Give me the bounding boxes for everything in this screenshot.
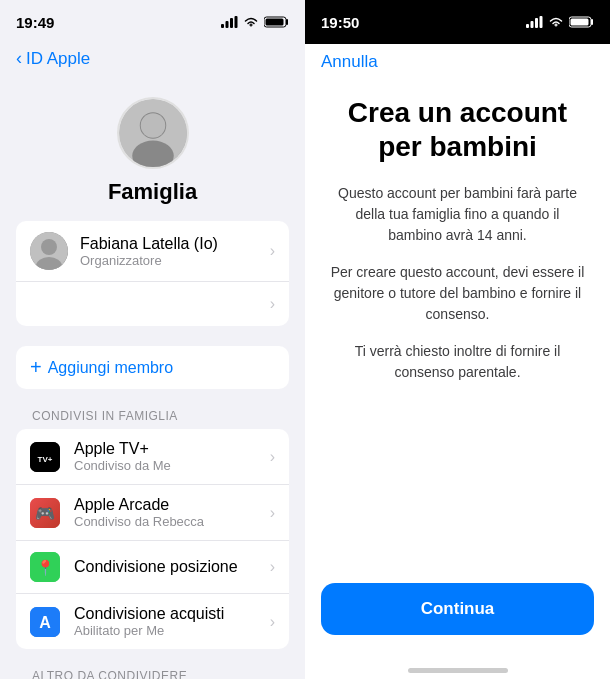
other-section-label: ALTRO DA CONDIVIDERE <box>0 669 305 679</box>
shared-item-title-3: Condivisione acquisti <box>74 605 270 623</box>
member-item-1[interactable]: › <box>16 282 289 326</box>
avatar-image <box>119 99 187 167</box>
member-text-0: Fabiana Latella (Io) Organizzatore <box>80 235 270 268</box>
add-member-row[interactable]: + Aggiungi membro <box>16 346 289 389</box>
shared-items-card: TV+ Apple TV+ Condiviso da Me › 🎮 Apple … <box>16 429 289 649</box>
svg-rect-34 <box>535 18 538 28</box>
nav-bar-right: Annulla <box>305 44 610 76</box>
bottom-button-area: Continua <box>305 571 610 659</box>
shared-chevron-2: › <box>270 558 275 576</box>
description-1: Questo account per bambini farà parte de… <box>329 183 586 246</box>
description-3: Ti verrà chiesto inoltre di fornire il c… <box>329 341 586 383</box>
tvplus-icon: TV+ <box>30 442 60 472</box>
profile-name: Famiglia <box>108 179 197 205</box>
status-bar-left: 19:49 <box>0 0 305 44</box>
add-member-label: Aggiungi membro <box>48 359 173 377</box>
svg-rect-5 <box>266 19 284 26</box>
svg-point-11 <box>41 239 57 255</box>
svg-rect-37 <box>571 19 589 26</box>
signal-icon-right <box>526 16 543 28</box>
shared-item-text-3: Condivisione acquisti Abilitato per Me <box>74 605 270 638</box>
right-content: Crea un account per bambini Questo accou… <box>305 76 610 571</box>
description-2: Per creare questo account, devi essere i… <box>329 262 586 325</box>
svg-rect-35 <box>540 16 543 28</box>
shared-item-subtitle-0: Condiviso da Me <box>74 458 270 473</box>
back-link[interactable]: ‹ ID Apple <box>16 48 90 69</box>
svg-rect-33 <box>531 21 534 28</box>
back-chevron-icon: ‹ <box>16 48 22 69</box>
shared-item-subtitle-3: Abilitato per Me <box>74 623 270 638</box>
signal-icon <box>221 16 238 28</box>
avatar <box>117 97 189 169</box>
svg-rect-2 <box>230 18 233 28</box>
battery-icon <box>264 16 289 28</box>
status-icons-left <box>221 16 289 28</box>
shared-item-title-0: Apple TV+ <box>74 440 270 458</box>
time-left: 19:49 <box>16 14 54 31</box>
members-card: Fabiana Latella (Io) Organizzatore › › <box>16 221 289 326</box>
shared-item-2[interactable]: 📍 Condivisione posizione › <box>16 541 289 594</box>
member-item-0[interactable]: Fabiana Latella (Io) Organizzatore › <box>16 221 289 282</box>
add-plus-icon: + <box>30 356 42 379</box>
svg-text:A: A <box>39 614 51 631</box>
cancel-button[interactable]: Annulla <box>321 52 378 71</box>
shared-section-label: CONDIVISI IN FAMIGLIA <box>0 409 305 429</box>
svg-rect-32 <box>526 24 529 28</box>
shared-chevron-1: › <box>270 504 275 522</box>
svg-point-9 <box>140 113 165 138</box>
chevron-icon-1: › <box>270 295 275 313</box>
time-right: 19:50 <box>321 14 359 31</box>
arcade-icon: 🎮 <box>30 498 60 528</box>
member-role-0: Organizzatore <box>80 253 270 268</box>
right-panel: 19:50 Annulla Crea un account <box>305 0 610 679</box>
chevron-icon-0: › <box>270 242 275 260</box>
shared-item-1[interactable]: 🎮 Apple Arcade Condiviso da Rebecca › <box>16 485 289 541</box>
home-indicator-right <box>305 659 610 679</box>
svg-text:📍: 📍 <box>36 559 55 577</box>
status-bar-right: 19:50 <box>305 0 610 44</box>
page-title: Crea un account per bambini <box>329 96 586 163</box>
svg-rect-0 <box>221 24 224 28</box>
status-icons-right <box>526 16 594 28</box>
appstore-icon-shared: A <box>30 607 60 637</box>
left-panel: 19:49 ‹ ID <box>0 0 305 679</box>
shared-item-title-1: Apple Arcade <box>74 496 270 514</box>
wifi-icon <box>243 16 259 28</box>
back-label: ID Apple <box>26 49 90 69</box>
svg-text:🎮: 🎮 <box>35 504 55 523</box>
shared-chevron-3: › <box>270 613 275 631</box>
shared-item-title-2: Condivisione posizione <box>74 558 270 576</box>
shared-item-3[interactable]: A Condivisione acquisti Abilitato per Me… <box>16 594 289 649</box>
shared-chevron-0: › <box>270 448 275 466</box>
member-avatar-0 <box>30 232 68 270</box>
svg-text:TV+: TV+ <box>38 455 53 464</box>
continue-button[interactable]: Continua <box>321 583 594 635</box>
shared-item-text-1: Apple Arcade Condiviso da Rebecca <box>74 496 270 529</box>
svg-rect-3 <box>235 16 238 28</box>
shared-item-text-2: Condivisione posizione <box>74 558 270 576</box>
location-icon: 📍 <box>30 552 60 582</box>
left-content: Famiglia Fabiana Latella (Io) Organizzat… <box>0 77 305 679</box>
nav-bar-left: ‹ ID Apple <box>0 44 305 77</box>
profile-section: Famiglia <box>0 77 305 221</box>
shared-item-0[interactable]: TV+ Apple TV+ Condiviso da Me › <box>16 429 289 485</box>
home-bar <box>408 668 508 673</box>
svg-rect-1 <box>226 21 229 28</box>
battery-icon-right <box>569 16 594 28</box>
shared-item-subtitle-1: Condiviso da Rebecca <box>74 514 270 529</box>
wifi-icon-right <box>548 16 564 28</box>
member-name-0: Fabiana Latella (Io) <box>80 235 270 253</box>
shared-item-text-0: Apple TV+ Condiviso da Me <box>74 440 270 473</box>
